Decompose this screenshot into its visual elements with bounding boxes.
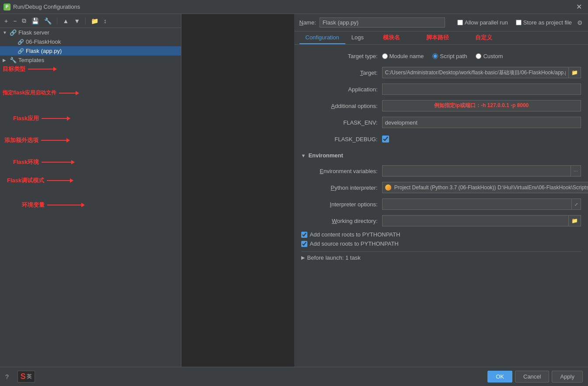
interpreter-options-input[interactable]: [382, 198, 572, 210]
tree-item-flask-hook[interactable]: 🔗 06-FlaskHook: [0, 37, 181, 46]
interpreter-icon: [385, 184, 391, 191]
target-type-row: Target type: Module name Script path Cus…: [301, 50, 581, 62]
working-directory-group: 📁: [382, 215, 581, 226]
flask-env-row: FLASK_ENV:: [301, 116, 581, 129]
help-button[interactable]: ?: [5, 373, 9, 380]
tree-group-templates[interactable]: ▶ 🔧 Templates: [0, 56, 181, 65]
interpreter-options-expand[interactable]: ⤢: [571, 198, 581, 210]
tree-group-flask-server[interactable]: ▼ 🔗 Flask server: [0, 28, 181, 37]
add-config-button[interactable]: +: [3, 17, 10, 25]
apply-button[interactable]: Apply: [552, 371, 583, 383]
before-launch-arrow: ▶: [301, 255, 305, 261]
python-interpreter-row: Python interpreter: Project Default (Pyt…: [301, 181, 581, 194]
flask-hook-icon: 🔗: [17, 39, 24, 45]
radio-module-label: Module name: [390, 53, 424, 59]
target-type-radio-group: Module name Script path Custom: [382, 53, 581, 59]
interpreter-options-label: Interpreter options:: [301, 201, 382, 208]
source-roots-checkbox[interactable]: [301, 241, 307, 247]
target-browse-button[interactable]: 📁: [568, 67, 581, 78]
remove-config-button[interactable]: −: [11, 17, 18, 25]
name-input[interactable]: [320, 17, 445, 28]
flask-debug-checkbox[interactable]: [382, 136, 389, 143]
store-project-checkbox[interactable]: [516, 20, 522, 25]
expand-icon: ▼: [3, 30, 8, 35]
settings-button[interactable]: 🔧: [42, 17, 53, 25]
move-up-button[interactable]: ▲: [61, 17, 70, 25]
annotation-custom: 自定义: [475, 34, 492, 44]
sort-button[interactable]: ↕: [102, 17, 108, 25]
additional-options-group: 例如指定ip或端口：-h 127.0.0.1 -p 8000: [382, 100, 581, 111]
ok-button[interactable]: OK: [487, 371, 512, 383]
environment-section-header[interactable]: ▼ Environment: [301, 150, 581, 161]
s-logo-letter: S: [21, 372, 26, 381]
radio-custom[interactable]: Custom: [476, 53, 503, 59]
env-variables-label: Environment variables:: [301, 168, 382, 174]
title-bar: P Run/Debug Configurations ✕: [0, 0, 588, 14]
flask-server-label: Flask server: [18, 29, 49, 36]
flask-hook-label: 06-FlaskHook: [26, 38, 61, 45]
source-roots-row: Add source roots to PYTHONPATH: [301, 240, 581, 247]
copy-config-button[interactable]: ⧉: [20, 16, 28, 25]
store-project-label: Store as project file: [523, 19, 572, 26]
tabs-row: Configuration Logs 模块名 脚本路径 自定义: [294, 31, 588, 45]
radio-custom-label: Custom: [483, 53, 503, 59]
templates-icon: 🔧: [10, 57, 17, 63]
store-project-option: Store as project file: [516, 19, 572, 26]
target-type-label: Target type:: [301, 53, 382, 59]
tree-item-flask-app[interactable]: 🔗 Flask (app.py): [0, 46, 181, 56]
content-roots-checkbox[interactable]: [301, 232, 307, 238]
templates-label: Templates: [18, 57, 44, 63]
python-interpreter-select[interactable]: Project Default (Python 3.7 (06-FlaskHoo…: [382, 182, 588, 193]
python-interpreter-label: Python interpreter:: [301, 184, 382, 191]
radio-script-label: Script path: [440, 53, 467, 59]
target-input[interactable]: [382, 67, 569, 78]
sidebar: + − ⧉ 💾 🔧 ▲ ▼ 📁 ↕ ▼ 🔗 Flask server 🔗: [0, 14, 181, 367]
env-variables-row: Environment variables: ⋯: [301, 165, 581, 177]
working-directory-input[interactable]: [382, 215, 569, 226]
content-roots-label: Add content roots to PYTHONPATH: [310, 231, 400, 238]
additional-options-label: Additional options:: [301, 103, 382, 109]
tab-configuration[interactable]: Configuration: [299, 31, 345, 44]
interpreter-value: Project Default (Python 3.7 (06-FlaskHoo…: [385, 184, 588, 191]
flask-app-icon: 🔗: [17, 48, 24, 54]
flask-server-icon: 🔗: [10, 29, 17, 36]
move-down-button[interactable]: ▼: [72, 17, 82, 25]
dialog-buttons: OK Cancel Apply: [487, 371, 583, 383]
before-launch-label: Before launch: 1 task: [307, 254, 361, 261]
environment-title: Environment: [308, 152, 343, 159]
application-row: Application:: [301, 83, 581, 95]
application-input[interactable]: [382, 83, 581, 95]
save-config-button[interactable]: 💾: [30, 17, 41, 25]
flask-env-input[interactable]: [382, 117, 581, 128]
content-roots-row: Add content roots to PYTHONPATH: [301, 231, 581, 238]
right-panel: Name: Allow parallel run Store as projec…: [294, 14, 588, 367]
divider: [57, 17, 57, 24]
close-button[interactable]: ✕: [574, 2, 585, 12]
name-label: Name:: [299, 19, 316, 26]
tab-logs[interactable]: Logs: [345, 31, 370, 44]
env-variables-input[interactable]: [382, 165, 571, 177]
cancel-button[interactable]: Cancel: [515, 371, 549, 383]
working-directory-browse[interactable]: 📁: [568, 215, 581, 226]
additional-options-input[interactable]: [382, 100, 581, 111]
flask-app-label: Flask (app.py): [26, 48, 62, 54]
annotation-module-name: 模块名: [383, 34, 400, 44]
radio-script-path[interactable]: Script path: [432, 53, 467, 59]
parallel-run-checkbox[interactable]: [457, 20, 463, 25]
env-variables-button[interactable]: ⋯: [571, 165, 581, 177]
annotation-script-path: 脚本路径: [426, 34, 449, 44]
working-directory-label: Working directory:: [301, 218, 382, 224]
flask-debug-label: FLASK_DEBUG:: [301, 136, 382, 143]
before-launch-section[interactable]: ▶ Before launch: 1 task: [301, 251, 581, 264]
app-icon: P: [3, 3, 10, 10]
gear-icon[interactable]: ⚙: [577, 19, 583, 26]
radio-module-name[interactable]: Module name: [382, 53, 424, 59]
divider2: [85, 17, 86, 24]
folder-button[interactable]: 📁: [89, 17, 100, 25]
config-body: Target type: Module name Script path Cus…: [294, 45, 588, 367]
env-variables-group: ⋯: [382, 165, 581, 177]
additional-options-row: Additional options: 例如指定ip或端口：-h 127.0.0…: [301, 100, 581, 112]
flask-debug-row: FLASK_DEBUG:: [301, 133, 581, 145]
target-row: Target: 📁: [301, 66, 581, 79]
env-collapse-icon: ▼: [301, 153, 306, 158]
